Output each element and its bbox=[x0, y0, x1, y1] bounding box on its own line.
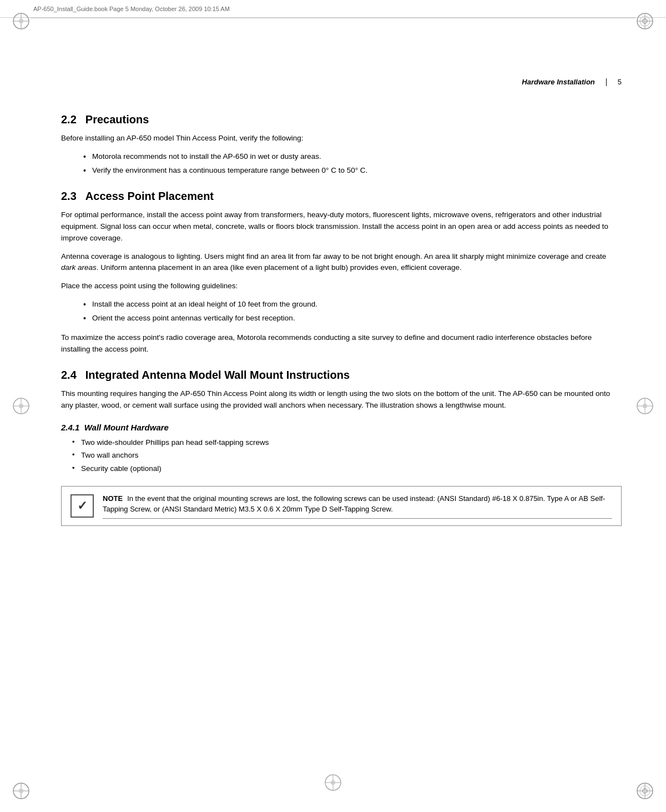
section-2-2-heading: 2.2 Precautions bbox=[61, 113, 622, 126]
corner-mark-bl bbox=[10, 780, 32, 802]
file-info: AP-650_Install_Guide.book Page 5 Monday,… bbox=[33, 6, 230, 12]
note-label: NOTE bbox=[103, 494, 123, 503]
note-bottom-rule bbox=[103, 518, 612, 519]
section-2-3-bullets: Install the access point at an ideal hei… bbox=[83, 299, 622, 324]
corner-mark-tl bbox=[10, 10, 32, 32]
bullet-item: Orient the access point antennas vertica… bbox=[83, 313, 622, 324]
section-2-2-bullets: Motorola recommends not to install the A… bbox=[83, 151, 622, 177]
section-2-2-title: Precautions bbox=[85, 113, 149, 126]
section-2-3-para2-before: Antenna coverage is analogous to lightin… bbox=[61, 252, 606, 260]
main-content: 2.2 Precautions Before installing an AP-… bbox=[61, 100, 622, 779]
header-bar: AP-650_Install_Guide.book Page 5 Monday,… bbox=[0, 0, 666, 18]
svg-point-29 bbox=[331, 780, 335, 785]
svg-point-12 bbox=[19, 789, 23, 793]
section-2-4-1-title: Wall Mount Hardware bbox=[84, 423, 169, 432]
section-2-4-heading: 2.4 Integrated Antenna Model Wall Mount … bbox=[61, 369, 622, 382]
page-container: AP-650_Install_Guide.book Page 5 Monday,… bbox=[0, 0, 666, 812]
bullet-item: Verify the environment has a continuous … bbox=[83, 165, 622, 177]
section-2-3-para2-italic: dark areas bbox=[61, 263, 97, 272]
section-2-3-num: 2.3 bbox=[61, 190, 77, 203]
bullet-item: Motorola recommends not to install the A… bbox=[83, 151, 622, 163]
page-header-title: Hardware Installation bbox=[522, 78, 594, 86]
bottom-center-mark bbox=[322, 771, 344, 795]
bullet-item: Two wide-shoulder Phillips pan head self… bbox=[72, 437, 622, 449]
page-header-divider bbox=[606, 78, 607, 86]
bullet-item: Two wall anchors bbox=[72, 449, 622, 462]
section-2-4-1-num: 2.4.1 bbox=[61, 423, 79, 432]
section-2-4-title: Integrated Antenna Model Wall Mount Inst… bbox=[85, 369, 350, 382]
svg-point-25 bbox=[643, 404, 647, 408]
checkmark-symbol: ✓ bbox=[77, 499, 87, 513]
corner-mark-mr bbox=[634, 395, 656, 417]
page-header-number: 5 bbox=[618, 78, 622, 86]
section-2-3-para2: Antenna coverage is analogous to lightin… bbox=[61, 251, 622, 274]
svg-point-3 bbox=[19, 19, 23, 23]
section-2-3-para2-after: . Uniform antenna placement in an area (… bbox=[97, 263, 462, 272]
section-2-3-title: Access Point Placement bbox=[85, 190, 214, 203]
corner-mark-tr bbox=[634, 10, 656, 32]
section-2-3-para3: Place the access point using the followi… bbox=[61, 280, 622, 292]
section-2-2-num: 2.2 bbox=[61, 113, 77, 126]
section-2-4-para1: This mounting requires hanging the AP-65… bbox=[61, 388, 622, 412]
section-2-4-1-bullets: Two wide-shoulder Phillips pan head self… bbox=[72, 437, 622, 475]
note-box: ✓ NOTEIn the event that the original mou… bbox=[61, 486, 622, 526]
section-2-2-intro: Before installing an AP-650 model Thin A… bbox=[61, 133, 622, 144]
note-content: NOTEIn the event that the original mount… bbox=[103, 493, 612, 519]
section-2-4-num: 2.4 bbox=[61, 369, 77, 382]
bullet-item: Security cable (optional) bbox=[72, 463, 622, 475]
note-checkmark-icon: ✓ bbox=[70, 494, 94, 518]
corner-mark-ml bbox=[10, 395, 32, 417]
section-2-4-1-heading: 2.4.1 Wall Mount Hardware bbox=[61, 423, 622, 432]
page-header: Hardware Installation 5 bbox=[522, 78, 622, 86]
corner-mark-br bbox=[634, 780, 656, 802]
section-2-3-heading: 2.3 Access Point Placement bbox=[61, 190, 622, 203]
note-text: In the event that the original mounting … bbox=[103, 494, 605, 514]
svg-point-21 bbox=[19, 404, 23, 408]
top-rule bbox=[31, 18, 635, 18]
section-2-3-para4: To maximize the access point's radio cov… bbox=[61, 332, 622, 355]
section-2-3-para1: For optimal performance, install the acc… bbox=[61, 209, 622, 244]
bullet-item: Install the access point at an ideal hei… bbox=[83, 299, 622, 310]
